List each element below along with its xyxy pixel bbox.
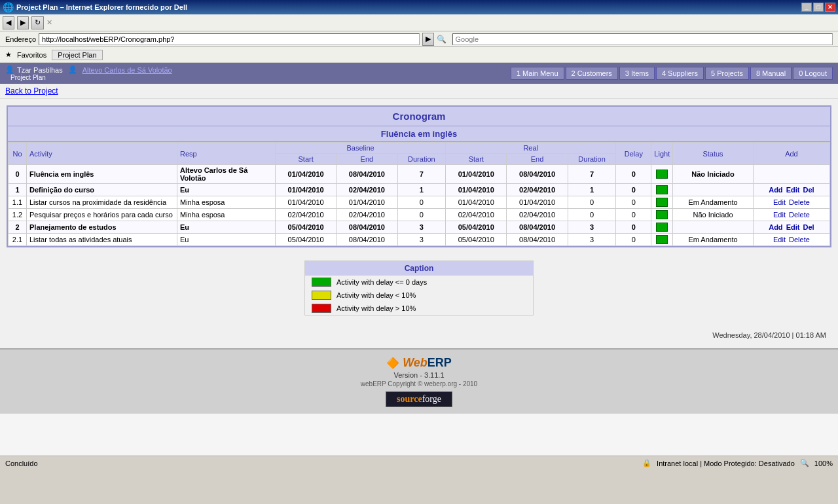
nav-subtitle: Project Plan (5, 74, 172, 81)
status-right: Intranet local | Modo Protegido: Desativ… (657, 459, 795, 467)
address-bar: Endereço ▶ 🔍 (0, 31, 838, 47)
caption-color-box (312, 278, 331, 287)
status-bar: Concluído 🔒 Intranet local | Modo Proteg… (0, 456, 838, 470)
nav-suppliers[interactable]: 4 Suppliers (656, 67, 704, 80)
breadcrumb[interactable]: Back to Project (5, 86, 58, 96)
col-header-delay: Delay (616, 143, 651, 165)
col-header-no: No (9, 143, 27, 165)
action-del-link[interactable]: Del (803, 223, 814, 231)
weberp-logo: 🔶 WebERP (7, 356, 831, 370)
nav-logout[interactable]: 0 Logout (793, 67, 833, 80)
caption-item-text: Activity with delay <= 0 days (337, 278, 427, 286)
col-header-activity: Activity (27, 143, 177, 165)
action-cell: Edit Delete (753, 209, 829, 221)
cronogram-subtitle: Fluência em inglês (8, 126, 830, 142)
light-indicator (656, 223, 668, 232)
table-row: 0Fluência em inglêsAltevo Carlos de Sá V… (9, 165, 830, 184)
action-del-link[interactable]: Del (803, 186, 814, 194)
favorites-label[interactable]: Favoritos (17, 51, 46, 59)
address-input[interactable] (39, 33, 419, 45)
title-bar: 🌐 Project Plan – Internet Explorer forne… (0, 0, 838, 14)
user1-label: Tzar Pastilhas (17, 66, 63, 74)
action-edit-link[interactable]: Edit (773, 198, 786, 206)
action-edit-link[interactable]: Edit (773, 236, 786, 243)
content-area: Cronogram Fluência em inglês No Activity… (0, 99, 838, 348)
search-input[interactable] (452, 33, 833, 45)
light-indicator (656, 170, 668, 179)
caption-item-text: Activity with delay > 10% (337, 304, 416, 312)
minimize-button[interactable]: _ (801, 3, 812, 12)
status-cell: Não Iniciado (673, 165, 754, 184)
browser-icon: 🌐 (3, 2, 14, 12)
status-zoom-icon: 🔍 (800, 459, 809, 467)
action-delete-link[interactable]: Delete (789, 198, 810, 206)
caption-item: Activity with delay > 10% (305, 302, 533, 315)
search-icon: 🔍 (437, 35, 450, 44)
action-add-link[interactable]: Add (769, 186, 782, 194)
nav-customers[interactable]: 2 Customers (566, 67, 618, 80)
col-header-r-end: End (507, 154, 568, 165)
cronogram-title: Cronogram (8, 107, 830, 126)
action-edit-link[interactable]: Edit (786, 186, 800, 194)
col-header-baseline: Baseline (276, 143, 446, 154)
action-cell (753, 165, 829, 184)
go-button[interactable]: ▶ (422, 33, 434, 46)
col-header-r-duration: Duration (568, 154, 616, 165)
table-row: 2Planejamento de estudosEu05/04/201008/0… (9, 221, 830, 234)
close-button[interactable]: ✕ (825, 3, 835, 12)
user-icon: 👤 (5, 65, 14, 74)
caption-item: Activity with delay <= 0 days (305, 276, 533, 289)
status-cell: Em Andamento (673, 196, 754, 209)
col-header-add: Add (753, 143, 829, 165)
status-left: Concluído (5, 459, 38, 467)
col-header-b-start: Start (276, 154, 337, 165)
caption-color-box (312, 291, 331, 300)
caption-items: Activity with delay <= 0 daysActivity wi… (305, 276, 533, 315)
stop-button[interactable]: ✕ (46, 18, 52, 27)
forward-button[interactable]: ▶ (17, 16, 29, 29)
status-cell: Não Iniciado (673, 209, 754, 221)
nav-main-menu[interactable]: 1 Main Menu (511, 67, 564, 80)
table-row: 1.2Pesquisar preços e horários para cada… (9, 209, 830, 221)
address-label: Endereço (5, 35, 36, 43)
action-add-link[interactable]: Add (769, 223, 782, 231)
sourceforge-badge[interactable]: sourceforge (386, 391, 452, 407)
page-area: 👤 Tzar Pastilhas 👤 Altevo Carlos de Sá V… (0, 63, 838, 456)
caption-area: Caption Activity with delay <= 0 daysAct… (304, 261, 534, 315)
nav-projects[interactable]: 5 Projects (705, 67, 749, 80)
back-button[interactable]: ◀ (3, 16, 14, 29)
caption-title: Caption (305, 261, 533, 276)
light-indicator (656, 198, 668, 207)
status-cell (673, 184, 754, 196)
col-header-r-start: Start (446, 154, 507, 165)
col-header-b-duration: Duration (397, 154, 446, 165)
table-row: 2.1Listar todas as atividades atuaisEu05… (9, 234, 830, 246)
user2-link[interactable]: Altevo Carlos de Sá Volotão (82, 66, 172, 74)
col-header-light: Light (651, 143, 673, 165)
light-indicator (656, 210, 668, 219)
favorites-icon: ★ (5, 50, 12, 59)
breadcrumb-bar: Back to Project (0, 84, 838, 99)
action-cell: Edit Delete (753, 196, 829, 209)
nav-manual[interactable]: 8 Manual (750, 67, 792, 80)
maximize-button[interactable]: □ (813, 3, 824, 12)
action-cell: Add Edit Del (753, 221, 829, 234)
col-header-b-end: End (337, 154, 397, 165)
status-security: 🔒 (642, 459, 651, 467)
activity-table: No Activity Resp Baseline Real Delay Lig… (8, 142, 830, 246)
table-row: 1Definição do cursoEu01/04/201002/04/201… (9, 184, 830, 196)
user-separator: 👤 (68, 65, 77, 74)
status-zoom: 100% (814, 459, 833, 467)
action-delete-link[interactable]: Delete (789, 236, 810, 243)
action-delete-link[interactable]: Delete (789, 211, 810, 219)
light-indicator (656, 235, 668, 244)
table-row: 1.1Listar cursos na proximidade da resid… (9, 196, 830, 209)
footer-version: Version - 3.11.1 (7, 371, 831, 379)
action-edit-link[interactable]: Edit (786, 223, 800, 231)
favorites-bar: ★ Favoritos Project Plan (0, 47, 838, 63)
caption-item: Activity with delay < 10% (305, 289, 533, 302)
refresh-button[interactable]: ↻ (31, 16, 44, 29)
action-edit-link[interactable]: Edit (773, 211, 786, 219)
tab-label[interactable]: Project Plan (52, 50, 102, 60)
nav-items[interactable]: 3 Items (619, 67, 655, 80)
